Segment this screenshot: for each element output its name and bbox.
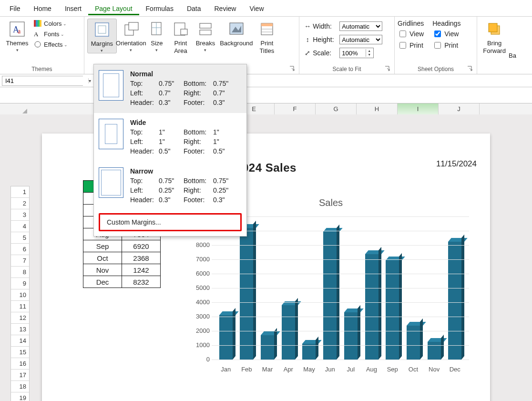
m-label: Left: bbox=[130, 185, 159, 195]
margins-preset-normal[interactable]: Normal Top:0.75"Bottom:0.75" Left:0.7"Ri… bbox=[94, 64, 246, 113]
row-header[interactable]: 1 bbox=[11, 186, 29, 198]
row-header[interactable]: 2 bbox=[11, 198, 29, 209]
m-value: 1" bbox=[159, 137, 184, 146]
gridlines-view-label: View bbox=[409, 30, 424, 38]
row-header[interactable]: 7 bbox=[11, 255, 29, 267]
m-label: Footer: bbox=[184, 195, 213, 205]
headings-print-checkbox[interactable]: Print bbox=[432, 41, 460, 50]
m-label: Header: bbox=[130, 195, 159, 205]
x-tick-label: Mar bbox=[257, 366, 278, 373]
size-button[interactable]: Size ▾ bbox=[145, 19, 168, 52]
column-header[interactable]: G bbox=[316, 103, 357, 115]
row-header[interactable]: 13 bbox=[11, 324, 29, 335]
themes-button[interactable]: Aa Themes ▾ bbox=[3, 19, 31, 52]
preset-name: Wide bbox=[130, 119, 241, 126]
menu-home[interactable]: Home bbox=[27, 2, 58, 15]
row-header[interactable]: 14 bbox=[11, 335, 29, 347]
menu-review[interactable]: Review bbox=[208, 2, 243, 15]
row-header[interactable]: 4 bbox=[11, 221, 29, 232]
column-header[interactable]: I bbox=[398, 103, 439, 115]
breaks-label: Breaks bbox=[196, 40, 215, 47]
row-header[interactable]: 10 bbox=[11, 289, 29, 301]
row-header[interactable]: 16 bbox=[11, 358, 29, 370]
chevron-down-icon[interactable]: ▾ bbox=[88, 78, 91, 83]
x-tick-label: Feb bbox=[236, 366, 257, 373]
custom-margins-button[interactable]: Custom Margins... bbox=[99, 213, 242, 231]
menu-data[interactable]: Data bbox=[180, 2, 208, 15]
name-box-input[interactable] bbox=[2, 76, 88, 85]
column-header[interactable]: H bbox=[357, 103, 398, 115]
margins-preset-wide[interactable]: Wide Top:1"Bottom:1" Left:1"Right:1" Hea… bbox=[94, 113, 246, 162]
row-header[interactable]: 8 bbox=[11, 267, 29, 278]
svg-rect-6 bbox=[40, 20, 41, 27]
column-header[interactable]: J bbox=[439, 103, 480, 115]
background-button[interactable]: Background bbox=[218, 19, 255, 47]
chart-bar bbox=[261, 335, 274, 360]
print-titles-label: Print Titles bbox=[260, 40, 275, 55]
cell-month: Nov bbox=[83, 264, 122, 276]
print-area-button[interactable]: Print Area bbox=[168, 19, 193, 55]
headings-header: Headings bbox=[432, 20, 460, 27]
chevron-down-icon: ▾ bbox=[204, 48, 206, 52]
row-header[interactable]: 12 bbox=[11, 312, 29, 324]
background-label: Background bbox=[220, 40, 253, 47]
fonts-button[interactable]: AFonts ⌄ bbox=[33, 30, 68, 38]
margins-preset-narrow[interactable]: Narrow Top:0.75"Bottom:0.75" Left:0.25"R… bbox=[94, 162, 246, 210]
bring-forward-button[interactable]: Bring Forward bbox=[480, 19, 509, 55]
row-header[interactable]: 11 bbox=[11, 301, 29, 312]
height-select[interactable]: Automatic bbox=[339, 35, 382, 44]
size-icon bbox=[150, 20, 164, 39]
row-header[interactable]: 15 bbox=[11, 347, 29, 358]
effects-button[interactable]: Effects ⌄ bbox=[33, 41, 68, 48]
m-value: 0.75" bbox=[213, 79, 235, 88]
width-select[interactable]: Automatic bbox=[339, 21, 382, 31]
dialog-launcher-icon[interactable] bbox=[467, 66, 473, 72]
formula-bar-row: ▾ bbox=[0, 74, 532, 87]
row-header[interactable]: 6 bbox=[11, 244, 29, 255]
row-header[interactable]: 5 bbox=[11, 232, 29, 244]
menu-insert[interactable]: Insert bbox=[58, 2, 88, 15]
chart-bar bbox=[386, 260, 399, 360]
headings-view-checkbox[interactable]: View bbox=[432, 29, 460, 39]
m-label: Top: bbox=[130, 127, 159, 137]
themes-group-label: Themes bbox=[3, 65, 81, 74]
chart-bar bbox=[219, 315, 233, 360]
menu-formulas[interactable]: Formulas bbox=[139, 2, 180, 15]
margins-button[interactable]: Margins ▾ bbox=[87, 19, 117, 53]
menu-file[interactable]: File bbox=[3, 2, 27, 15]
dialog-launcher-icon[interactable] bbox=[385, 66, 390, 72]
m-label: Top: bbox=[130, 79, 159, 88]
themes-label: Themes bbox=[6, 40, 29, 47]
menu-page-layout[interactable]: Page Layout bbox=[88, 2, 139, 15]
name-box[interactable]: ▾ bbox=[2, 76, 83, 86]
select-all-corner[interactable] bbox=[0, 103, 29, 115]
row-header[interactable]: 19 bbox=[11, 392, 29, 401]
spinner-down-icon[interactable]: ▼ bbox=[366, 53, 372, 57]
menu-view[interactable]: View bbox=[243, 2, 270, 15]
row-header[interactable]: 3 bbox=[11, 209, 29, 221]
row-header[interactable]: 17 bbox=[11, 370, 29, 381]
scale-spinner[interactable]: ▲▼ bbox=[339, 48, 374, 58]
gridlines-view-checkbox[interactable]: View bbox=[398, 29, 424, 39]
column-header[interactable]: F bbox=[275, 103, 316, 115]
chevron-down-icon: ▾ bbox=[101, 48, 103, 53]
table-row: Nov1242 bbox=[83, 264, 161, 276]
m-value: 0.5" bbox=[213, 146, 235, 156]
spinner-up-icon[interactable]: ▲ bbox=[366, 49, 372, 53]
x-tick-label: Jan bbox=[215, 366, 236, 373]
bring-forward-label: Bring Forward bbox=[483, 40, 506, 55]
breaks-button[interactable]: Breaks ▾ bbox=[193, 19, 218, 52]
dialog-launcher-icon[interactable] bbox=[289, 66, 295, 72]
orientation-button[interactable]: Orientation ▾ bbox=[117, 19, 145, 52]
m-label: Header: bbox=[130, 146, 159, 156]
y-tick-label: 2000 bbox=[191, 327, 210, 334]
scale-input[interactable] bbox=[340, 49, 366, 57]
row-header[interactable]: 9 bbox=[11, 278, 29, 289]
row-header[interactable]: 18 bbox=[11, 381, 29, 392]
chevron-down-icon: ⌄ bbox=[62, 21, 67, 26]
svg-rect-17 bbox=[181, 29, 187, 35]
colors-button[interactable]: Colors ⌄ bbox=[33, 20, 68, 27]
print-titles-button[interactable]: Print Titles bbox=[255, 19, 279, 55]
gridlines-print-checkbox[interactable]: Print bbox=[398, 41, 424, 50]
svg-rect-23 bbox=[261, 23, 273, 26]
